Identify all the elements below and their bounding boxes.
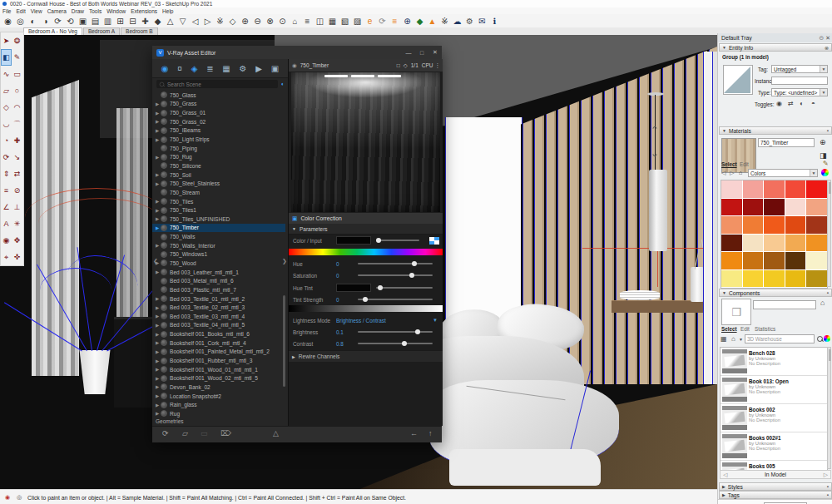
warehouse-search-input[interactable]: 3D Warehouse (745, 334, 815, 343)
maximize-preview-icon[interactable]: □ (397, 62, 400, 68)
close-icon[interactable]: ✕ (825, 35, 830, 42)
styles-icon[interactable]: ▧ (339, 15, 351, 27)
eraser-icon[interactable]: ◑ (39, 15, 52, 27)
vray-geometries-tab[interactable]: ◈ (191, 64, 198, 73)
scale-tool[interactable]: ↘ (12, 149, 22, 166)
vray-material-row[interactable]: ▶ 750_Tiles1 (152, 205, 285, 215)
vray-material-row[interactable]: ▶ Bed 003_Metal_mtl_mtl_6 (152, 276, 285, 285)
zoom-extents-tool[interactable]: ✜ (12, 249, 22, 265)
vray-frame-buffer-button[interactable]: ▣ (271, 64, 279, 73)
materials-browser-icon[interactable]: ▦ (326, 15, 339, 27)
color-swatch[interactable] (721, 235, 742, 252)
select-icon[interactable]: ◉ (2, 15, 14, 27)
components-scrollbar[interactable] (827, 347, 831, 469)
shadows-icon[interactable]: ※ (214, 15, 226, 27)
tag-dropdown[interactable]: Untagged▼ (771, 65, 828, 73)
color-input-slider[interactable] (376, 240, 419, 241)
zoom-in-icon[interactable]: ⊕ (239, 15, 251, 27)
zoom-out-icon[interactable]: ⊖ (251, 15, 264, 27)
vray-material-row[interactable]: ▶ 750_Tiles_UNFINISHED (152, 215, 285, 224)
front-view-icon[interactable]: ▥ (102, 15, 114, 27)
warning-icon[interactable]: △ (273, 429, 279, 437)
color-swatch[interactable] (743, 270, 764, 288)
vray-feedback-icon[interactable]: ✉ (476, 15, 488, 27)
vray-material-row[interactable]: ▶ 750_Tiles (152, 197, 285, 206)
pie-tool[interactable]: ◔ (1, 132, 12, 149)
vray-info-icon[interactable]: ℹ (488, 15, 501, 27)
entity-info-header[interactable]: ▼ Entity Info ⊗ (719, 43, 832, 52)
vray-material-row[interactable]: ▶ Bookshelf 001_Cork_mtl_mtl_4 (152, 338, 285, 348)
open-folder-icon[interactable]: ▱ (182, 429, 188, 437)
color-swatch[interactable] (806, 199, 827, 216)
section-close-icon[interactable]: ⊗ (825, 45, 829, 51)
pin-icon[interactable]: ◉ (292, 62, 297, 69)
color-swatch[interactable] (785, 199, 806, 216)
vray-terrain-icon[interactable]: ▲ (426, 15, 438, 27)
vray-material-row[interactable]: ▶ 750_IBeams (152, 126, 285, 136)
sample-paint-icon[interactable]: ✎ (823, 160, 829, 167)
page-back-icon[interactable]: ◁ (723, 472, 727, 478)
color-swatch[interactable] (785, 235, 806, 252)
up-arrow-icon[interactable]: ↑ (428, 429, 433, 437)
options-wheel-icon[interactable] (824, 335, 830, 342)
section-close-icon[interactable]: ▪ (827, 484, 829, 489)
filter-toggle-icon[interactable]: ◖ (280, 81, 287, 87)
hue-tint-slider[interactable] (376, 287, 433, 289)
orbit-tool[interactable]: ◉ (1, 232, 12, 249)
menu-item[interactable]: File (2, 8, 11, 14)
vray-material-row[interactable]: ▶ Bookshelf 001_Books_mtl_mtl_6 (152, 329, 285, 338)
view-options-icon[interactable]: ▦ (721, 335, 727, 343)
texture-slot-icon[interactable] (429, 237, 439, 245)
line-tool[interactable]: ✎ (12, 49, 22, 66)
vray-interactive-icon[interactable]: ⟳ (376, 15, 389, 27)
vray-material-row[interactable]: ▶ Rain_glass (152, 400, 285, 409)
collapse-right-chevron[interactable]: ❯ (282, 258, 287, 264)
vray-material-row[interactable]: ▶ Devon_Bank_02 (152, 383, 285, 392)
vray-material-row[interactable]: ▶ Bookshelf 001_Painted_Metal_mtl_mtl_2 (152, 348, 285, 357)
back-arrow-icon[interactable]: ◁ (721, 170, 726, 176)
components-statistics-tab[interactable]: Statistics (755, 326, 775, 332)
tray-header[interactable]: Default Tray ⊙ ✕ (718, 33, 832, 42)
color-swatch[interactable] (721, 199, 742, 216)
iso-view-icon[interactable]: ⊞ (114, 15, 126, 27)
cast-shadows-icon[interactable]: ◐ (800, 100, 804, 107)
vray-add-icon[interactable]: ⊕ (401, 15, 414, 27)
color-swatch[interactable] (806, 235, 827, 252)
menu-item[interactable]: Extensions (131, 8, 157, 14)
color-swatch[interactable] (721, 252, 742, 269)
vray-material-row[interactable]: ▶ Location Snapshot#2 (152, 392, 285, 401)
color-swatch[interactable] (764, 180, 785, 198)
color-swatch[interactable] (806, 252, 827, 269)
vray-material-row[interactable]: ▶ 750_Stream (152, 188, 285, 197)
save-icon[interactable]: ▭ (201, 429, 208, 437)
dimension-tool[interactable]: ✳ (12, 215, 22, 232)
paint-bucket-tool[interactable]: ◧ (1, 49, 12, 66)
color-swatch[interactable] (743, 180, 764, 198)
move-tool[interactable]: ✚ (12, 132, 22, 149)
text-tool[interactable]: A (1, 215, 12, 232)
pan-tool[interactable]: ✥ (12, 232, 22, 249)
vray-material-row[interactable]: ▶ 750_Walls_Interior (152, 241, 285, 250)
engine-selector[interactable]: CPU (422, 62, 433, 68)
next-view-icon[interactable]: ▷ (201, 15, 214, 27)
top-view-icon[interactable]: ▤ (89, 15, 102, 27)
home-view-icon[interactable]: ⌂ (289, 15, 301, 27)
aspect-ratio-toggle[interactable]: 1/1 (411, 62, 418, 68)
lasso-tool[interactable]: ❂ (12, 32, 22, 49)
vray-material-row[interactable]: ▶ 750_Windows1 (152, 250, 285, 259)
lightness-mode-dropdown[interactable]: Brightness / Contrast (336, 318, 433, 324)
color-swatch[interactable] (743, 216, 764, 234)
vray-sphere-icon[interactable]: ※ (438, 15, 451, 27)
vray-asset-editor-icon[interactable]: e (364, 15, 376, 27)
color-swatch[interactable] (764, 252, 785, 269)
secondary-pane-icon[interactable]: ◨ (820, 151, 827, 160)
vray-material-row[interactable]: ▶ Bed 003_Leather_mtl_mtl_1 (152, 268, 285, 277)
section-close-icon[interactable]: ▪ (827, 290, 829, 295)
sync-icon[interactable]: ⟳ (162, 429, 169, 437)
color-swatch[interactable] (743, 199, 764, 216)
lock-toggle-icon[interactable]: ⇄ (788, 100, 794, 107)
section-close-icon[interactable]: ▪ (827, 492, 829, 497)
tint-strength-slider[interactable] (358, 299, 433, 300)
vray-material-row[interactable]: ▶ 750_Timber (152, 224, 285, 233)
vray-material-row[interactable]: ▶ Bed 003_Textile_04_mtl_mtl_5 (152, 321, 285, 330)
